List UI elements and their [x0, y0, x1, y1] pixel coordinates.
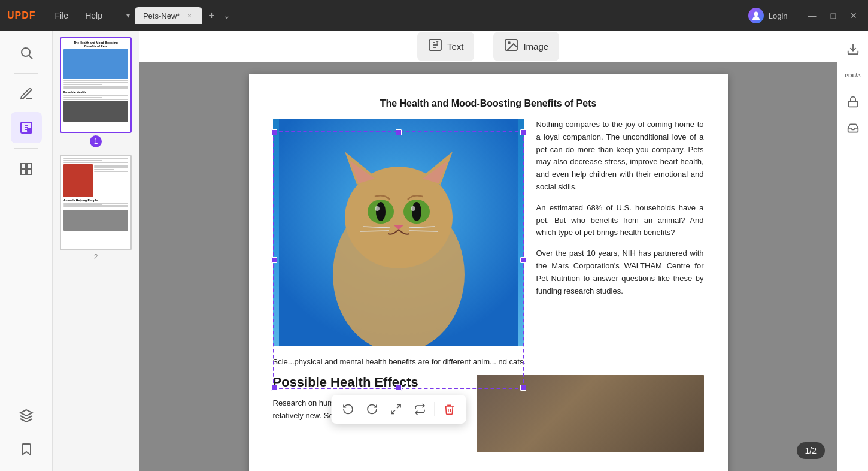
- img-extract-button[interactable]: [385, 398, 406, 420]
- thumb-line: [63, 160, 102, 161]
- thumb-img-2: [63, 101, 128, 122]
- tab-area: ▾ Pets-New* × + ⌄: [124, 7, 743, 24]
- sidebar-divider-1: [14, 73, 38, 74]
- thumb-number-1: 1: [90, 135, 102, 147]
- img-delete-button[interactable]: [438, 398, 460, 420]
- image-button[interactable]: Image: [493, 32, 559, 61]
- right-tool-lock[interactable]: [841, 90, 865, 114]
- doc-area-wrapper: T Text Image: [139, 31, 837, 471]
- image-selection-box[interactable]: [273, 131, 524, 389]
- tab-add-icon[interactable]: +: [205, 8, 218, 23]
- thumb-line: [63, 82, 128, 83]
- tab-pets-new[interactable]: Pets-New* ×: [135, 7, 202, 24]
- image-icon: [504, 38, 518, 55]
- handle-tl[interactable]: [271, 129, 277, 135]
- thumb-lines-2: [63, 158, 128, 163]
- thumb-line: [63, 86, 128, 87]
- document-page: The Health and Mood-Boosting Benefits of…: [249, 74, 728, 471]
- thumb-number-2: 2: [94, 253, 98, 261]
- handle-bc[interactable]: [396, 385, 402, 391]
- paragraph-3: Over the past 10 years, NIH has partnere…: [536, 247, 704, 297]
- thumb-line: [63, 87, 128, 89]
- titlebar: UPDF File Help ▾ Pets-New* × + ⌄ Login —…: [0, 0, 868, 31]
- handle-ml[interactable]: [271, 257, 277, 263]
- text-icon: T: [428, 38, 442, 55]
- menu-help[interactable]: Help: [78, 8, 110, 23]
- doc-text-right: Nothing compares to the joy of coming ho…: [536, 119, 704, 346]
- tab-dropdown-icon[interactable]: ▾: [124, 9, 132, 22]
- svg-line-2: [29, 56, 32, 59]
- svg-point-0: [754, 12, 758, 16]
- img-rotate-right-button[interactable]: [361, 398, 383, 420]
- doc-scroll-area[interactable]: The Health and Mood-Boosting Benefits of…: [139, 62, 837, 471]
- menu-file[interactable]: File: [48, 8, 76, 23]
- app-body: The Health and Mood-BoostingBenefits of …: [0, 31, 868, 471]
- thumb-line: [63, 95, 128, 96]
- thumbnail-page-2[interactable]: Animals Helping People: [60, 155, 132, 250]
- titlebar-right: Login — □ ✕: [748, 8, 861, 23]
- menu-bar: File Help: [48, 8, 110, 23]
- thumb-line: [94, 171, 128, 172]
- thumb-line: [63, 97, 102, 98]
- sidebar-tool-bookmark[interactable]: [11, 434, 42, 465]
- paragraph-1: Nothing compares to the joy of coming ho…: [536, 119, 704, 194]
- thumbnail-panel: The Health and Mood-BoostingBenefits of …: [53, 31, 139, 471]
- pdfa-label: PDF/A: [845, 73, 861, 78]
- tab-all-icon[interactable]: ⌄: [223, 11, 230, 20]
- thumb-line: [63, 206, 128, 207]
- sidebar-tool-search[interactable]: [11, 37, 42, 68]
- tab-close-icon[interactable]: ×: [184, 11, 194, 20]
- image-toolbar: [331, 395, 466, 424]
- thumb-line: [63, 158, 128, 159]
- thumb-lines-1: Possible Health...: [63, 80, 128, 123]
- svg-marker-12: [20, 410, 32, 416]
- thumb-line: [94, 167, 128, 168]
- svg-point-19: [508, 42, 510, 44]
- right-tool-share[interactable]: [841, 116, 865, 140]
- thumb-content-1: The Health and Mood-BoostingBenefits of …: [61, 38, 130, 132]
- handle-br[interactable]: [520, 385, 526, 391]
- right-panel: PDF/A: [837, 31, 868, 471]
- thumb-line: [94, 165, 128, 167]
- svg-rect-9: [27, 164, 32, 168]
- sidebar-tool-layers[interactable]: [11, 400, 42, 431]
- login-area[interactable]: Login: [748, 8, 788, 23]
- thumb-line: [63, 162, 128, 163]
- handle-bl[interactable]: [271, 385, 277, 391]
- thumb-line: [63, 84, 102, 85]
- thumb-line: [63, 80, 128, 81]
- image-button-label: Image: [523, 41, 548, 52]
- img-replace-button[interactable]: [409, 398, 430, 420]
- sidebar-tool-organize[interactable]: [11, 153, 42, 185]
- sidebar-tool-edit[interactable]: [11, 112, 42, 143]
- paragraph-2: An estimated 68% of U.S. households have…: [536, 202, 704, 239]
- minimize-button[interactable]: —: [805, 10, 820, 22]
- doc-header: The Health and Mood-Boosting Benefits of…: [273, 98, 704, 109]
- svg-rect-8: [21, 164, 26, 168]
- thumbnail-item-2: Animals Helping People 2: [57, 155, 134, 261]
- sidebar-tool-annotate[interactable]: [11, 78, 42, 110]
- text-button[interactable]: T Text: [417, 32, 475, 61]
- handle-tr[interactable]: [520, 129, 526, 135]
- top-toolbar: T Text Image: [139, 31, 837, 62]
- right-tool-download[interactable]: [841, 37, 865, 61]
- thumb-line: [63, 99, 128, 100]
- thumb-img-1: [63, 49, 128, 79]
- img-rotate-left-button[interactable]: [337, 398, 359, 420]
- svg-rect-39: [848, 101, 857, 107]
- close-button[interactable]: ✕: [846, 10, 861, 22]
- handle-mr[interactable]: [520, 257, 526, 263]
- sidebar-bottom: [11, 400, 42, 465]
- thumb-content-2: Animals Helping People: [61, 156, 130, 249]
- img-toolbar-divider: [434, 402, 435, 416]
- sidebar-divider-2: [14, 148, 38, 149]
- svg-rect-7: [28, 128, 31, 132]
- maximize-button[interactable]: □: [827, 10, 839, 22]
- app-logo: UPDF: [7, 10, 36, 21]
- right-tool-pdfa[interactable]: PDF/A: [841, 64, 865, 87]
- thumbnail-page-1[interactable]: The Health and Mood-BoostingBenefits of …: [60, 37, 132, 133]
- login-label: Login: [769, 11, 788, 20]
- thumb-gray-img: [63, 210, 128, 231]
- svg-rect-11: [27, 170, 32, 174]
- handle-tc[interactable]: [396, 129, 402, 135]
